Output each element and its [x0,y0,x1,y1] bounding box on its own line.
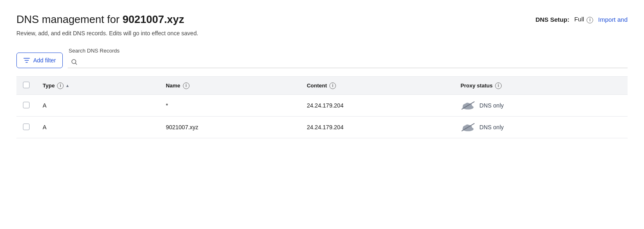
filter-search-row: Add filter Search DNS Records [16,48,628,68]
select-all-checkbox[interactable] [23,82,30,88]
th-name: Name i [159,77,300,95]
th-checkbox [16,77,36,95]
th-content: Content i [300,77,454,95]
row2-proxy-status: DNS only [454,117,628,138]
title-domain: 9021007.xyz [123,13,184,25]
table-row: A * 24.24.179.204 DNS only [16,95,628,117]
search-label: Search DNS Records [68,48,628,54]
row2-checkbox-cell [16,117,36,138]
header-right: DNS Setup: Full i Import and [535,13,628,23]
title-prefix: DNS management for [16,13,123,25]
search-input-container [68,56,628,68]
row1-checkbox-cell [16,95,36,117]
row1-type: A [36,95,159,117]
row2-proxy-label: DNS only [480,124,504,131]
table-body: A * 24.24.179.204 DNS only [16,95,628,138]
th-type: Type i ▲ [36,77,159,95]
type-sort-icon[interactable]: ▲ [65,83,69,88]
add-filter-label: Add filter [33,57,56,64]
content-info-icon[interactable]: i [329,82,336,89]
row2-content: 24.24.179.204 [300,117,454,138]
add-filter-button[interactable]: Add filter [16,53,63,68]
dns-setup-label: DNS Setup: [535,16,569,23]
search-input[interactable] [81,59,624,65]
th-proxy-status-label: Proxy status [461,82,493,89]
row1-checkbox[interactable] [23,102,30,108]
th-type-label: Type [43,82,55,89]
table-header: Type i ▲ Name i Content i [16,77,628,95]
search-icon [71,59,78,65]
dns-setup-value: Full i [574,16,593,23]
row2-name: 9021007.xyz [159,117,300,138]
row1-name: * [159,95,300,117]
proxy-cloud-icon-row1 [461,101,475,110]
row1-proxy-status: DNS only [454,95,628,117]
proxy-cloud-icon-row2 [461,122,475,132]
name-info-icon[interactable]: i [183,82,190,89]
proxy-info-icon[interactable]: i [495,82,502,89]
header-section: DNS management for 9021007.xyz Review, a… [16,13,628,38]
th-name-label: Name [166,82,180,89]
dns-table: Type i ▲ Name i Content i [16,76,628,138]
filter-icon [23,57,30,64]
row2-checkbox[interactable] [23,124,30,130]
type-info-icon[interactable]: i [57,82,64,89]
search-wrapper: Search DNS Records [68,48,628,68]
page-title: DNS management for 9021007.xyz [16,13,535,26]
header-left: DNS management for 9021007.xyz Review, a… [16,13,535,38]
row1-proxy-label: DNS only [480,102,504,109]
row2-type: A [36,117,159,138]
dns-setup-info-icon[interactable]: i [587,17,593,23]
row1-content: 24.24.179.204 [300,95,454,117]
dns-setup-value-text: Full [574,16,584,23]
th-proxy-status: Proxy status i [454,77,628,95]
page-subtitle: Review, add, and edit DNS records. Edits… [16,29,230,38]
import-link[interactable]: Import and [598,16,628,23]
table-row: A 9021007.xyz 24.24.179.204 DNS only [16,117,628,138]
th-content-label: Content [307,82,327,89]
